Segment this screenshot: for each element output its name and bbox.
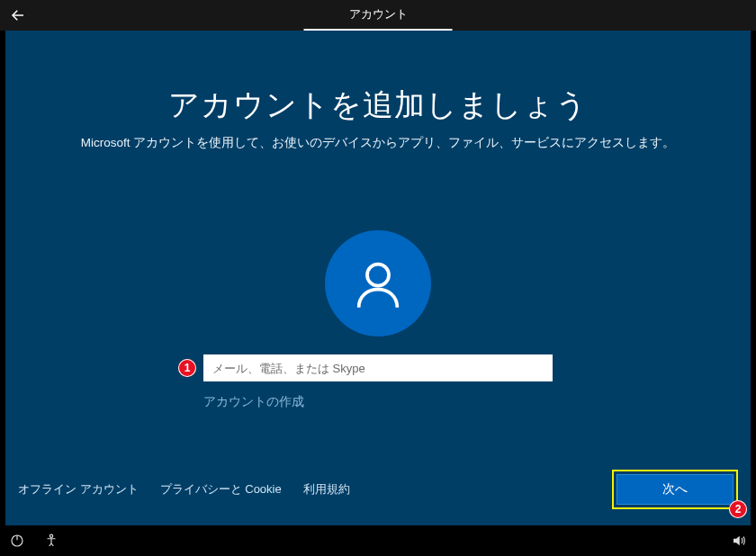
next-button-label: 次へ xyxy=(662,481,688,498)
content-area: アカウントを追加しましょう Microsoft アカウントを使用して、お使いのデ… xyxy=(5,31,751,525)
center-column: アカウントを追加しましょう Microsoft アカウントを使用して、お使いのデ… xyxy=(5,31,751,410)
input-row: 1 アカウントの作成 xyxy=(203,354,553,410)
avatar-circle xyxy=(325,230,431,336)
tab-account-label: アカウント xyxy=(349,6,408,22)
back-button[interactable] xyxy=(0,0,36,31)
volume-icon[interactable] xyxy=(731,533,747,549)
annotation-badge-2: 2 xyxy=(729,500,747,518)
power-icon[interactable] xyxy=(9,533,25,549)
bottom-row: オフライン アカウント プライバシーと Cookie 利用規約 次へ 2 xyxy=(18,470,738,509)
taskbar xyxy=(0,525,756,556)
svg-point-1 xyxy=(367,265,389,286)
page-subtitle: Microsoft アカウントを使用して、お使いのデバイスからアプリ、ファイル、… xyxy=(81,135,676,151)
window-frame: アカウント アカウントを追加しましょう Microsoft アカウントを使用して… xyxy=(0,0,756,556)
terms-link[interactable]: 利用規約 xyxy=(303,481,350,498)
annotation-badge-1: 1 xyxy=(178,359,196,377)
tab-account[interactable]: アカウント xyxy=(304,0,453,31)
user-icon xyxy=(349,255,407,312)
privacy-cookie-link[interactable]: プライバシーと Cookie xyxy=(160,481,282,498)
arrow-left-icon xyxy=(10,7,26,23)
taskbar-left xyxy=(9,533,59,549)
page-title: アカウントを追加しましょう xyxy=(168,85,588,126)
svg-point-4 xyxy=(50,534,52,537)
header-bar: アカウント xyxy=(0,0,756,31)
email-field[interactable] xyxy=(203,354,553,381)
create-account-link[interactable]: アカウントの作成 xyxy=(203,394,304,410)
ease-of-access-icon[interactable] xyxy=(43,533,59,549)
email-input-wrap: 1 xyxy=(203,354,553,381)
next-button[interactable]: 次へ xyxy=(616,474,734,505)
next-button-highlight: 次へ 2 xyxy=(612,470,738,509)
footer-links: オフライン アカウント プライバシーと Cookie 利用規約 xyxy=(18,481,350,498)
offline-account-link[interactable]: オフライン アカウント xyxy=(18,481,139,498)
